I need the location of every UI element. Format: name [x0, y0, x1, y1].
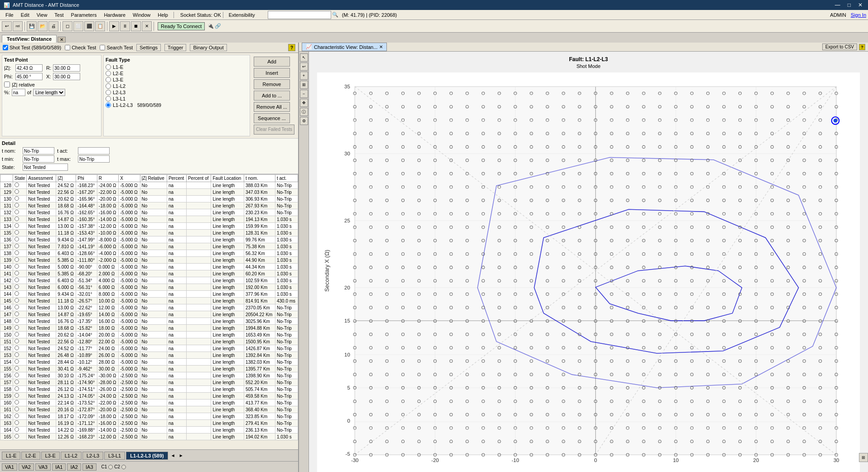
table-row[interactable]: 139 Not Tested 5.385 Ω -111.80° -2.000 Ω… — [0, 257, 298, 264]
table-row[interactable]: 153 Not Tested 26.48 Ω -10.89° 26.00 Ω -… — [0, 352, 298, 359]
table-row[interactable]: 138 Not Tested 6.403 Ω -128.66° -4.000 Ω… — [0, 250, 298, 257]
toolbar-btn-6[interactable]: ⬜ — [73, 21, 83, 31]
fault-l1l2-radio[interactable] — [106, 83, 111, 89]
table-row[interactable]: 156 Not Tested 30.10 Ω -175.24° -30.00 Ω… — [0, 372, 298, 379]
table-row[interactable]: 134 Not Tested 13.00 Ω -157.38° -12.00 Ω… — [0, 223, 298, 230]
bottom-tab-l1l2l3[interactable]: L1-L2-L3 (589) — [126, 452, 168, 460]
table-row[interactable]: 129 Not Tested 22.56 Ω -167.20° -22.00 Ω… — [0, 189, 298, 196]
help-icon[interactable]: ? — [288, 44, 295, 51]
sequence-button[interactable]: Sequence ... — [254, 113, 290, 123]
clear-failed-tests-button[interactable]: Clear Failed Tests — [254, 125, 294, 135]
toolbar-btn-11[interactable]: ⏹ — [131, 21, 141, 31]
table-row[interactable]: 128 Not Tested 24.52 Ω -168.23° -24.00 Ω… — [0, 182, 298, 189]
bottom-tab-arrow-right[interactable]: ► — [177, 453, 185, 458]
menu-help[interactable]: Help — [154, 11, 172, 19]
length-type-select[interactable]: Line length — [33, 89, 65, 96]
t-nom-input[interactable] — [23, 147, 54, 154]
table-row[interactable]: 148 Not Tested 16.76 Ω -17.35° 16.00 Ω -… — [0, 318, 298, 325]
settings-btn[interactable]: Settings — [136, 44, 161, 51]
bottom-tab-l1e[interactable]: L1-E — [2, 452, 20, 460]
table-row[interactable]: 132 Not Tested 16.76 Ω -162.65° -16.00 Ω… — [0, 209, 298, 216]
shot-test-checkbox[interactable] — [3, 45, 8, 50]
phi-input[interactable] — [15, 73, 43, 80]
menu-test[interactable]: Test — [51, 11, 67, 19]
chart-tool-zoom-out[interactable]: − — [300, 90, 308, 98]
t-min-input[interactable] — [23, 155, 54, 163]
chart-tab-close[interactable]: ✕ — [379, 44, 383, 49]
table-row[interactable]: 149 Not Tested 18.68 Ω -15.82° 18.00 Ω -… — [0, 325, 298, 332]
menu-file[interactable]: File — [2, 11, 17, 19]
toolbar-btn-2[interactable]: 💾 — [27, 21, 37, 31]
fault-l1e[interactable]: L1-E — [106, 64, 248, 70]
fault-l3l1[interactable]: L3-L1 — [106, 96, 248, 101]
table-row[interactable]: 152 Not Tested 24.52 Ω -11.77° 24.00 Ω -… — [0, 345, 298, 352]
menu-extensibility[interactable]: Extensibility — [225, 11, 259, 19]
fault-l3e-radio[interactable] — [106, 77, 111, 82]
toolbar-btn-1[interactable]: ↩ — [2, 21, 12, 31]
fault-l1l2l3[interactable]: L1-L2-L3 589/0/0/589 — [106, 102, 248, 108]
table-row[interactable]: 163 Not Tested 16.19 Ω -171.12° -16.00 Ω… — [0, 420, 298, 427]
toolbar-btn-3[interactable]: 📂 — [38, 21, 48, 31]
table-row[interactable]: 157 Not Tested 28.11 Ω -174.90° -28.00 Ω… — [0, 379, 298, 386]
fault-l1l2l3-radio[interactable] — [106, 102, 111, 108]
table-row[interactable]: 150 Not Tested 20.62 Ω -14.04° 20.00 Ω -… — [0, 332, 298, 338]
fault-l2e-radio[interactable] — [106, 71, 111, 76]
chart-tab[interactable]: 📈 Characteristic View: Distan... ✕ — [302, 43, 387, 51]
tab-testview-distance[interactable]: TestView: Distance — [2, 35, 57, 43]
menu-hardware[interactable]: Hardware — [100, 11, 129, 19]
iz-relative-checkbox[interactable] — [4, 82, 10, 87]
r-input[interactable] — [53, 64, 80, 72]
remove-button[interactable]: Remove — [254, 79, 290, 89]
toolbar-btn-12[interactable]: ✕ — [142, 21, 152, 31]
bottom-tab-arrow[interactable]: ◄ — [169, 453, 177, 458]
test-table-container[interactable]: State Assessment |Z| Phi R X |Z| Relativ… — [0, 174, 298, 449]
check-test-checkbox[interactable] — [65, 45, 70, 50]
add-button[interactable]: Add — [254, 57, 290, 67]
table-row[interactable]: 162 Not Tested 18.17 Ω -172.09° -18.00 Ω… — [0, 413, 298, 420]
table-row[interactable]: 154 Not Tested 28.44 Ω -10.12° 28.00 Ω -… — [0, 359, 298, 366]
percent-input[interactable] — [12, 89, 25, 96]
export-csv-button[interactable]: Export to CSV — [822, 43, 857, 50]
fault-l2l3[interactable]: L2-L3 — [106, 90, 248, 95]
bottom-tab-l3e[interactable]: L3-E — [41, 452, 60, 460]
table-row[interactable]: 141 Not Tested 5.385 Ω -68.20° 2.000 Ω -… — [0, 270, 298, 277]
chart-help-icon[interactable]: ? — [859, 44, 865, 50]
table-row[interactable]: 146 Not Tested 13.00 Ω -22.62° 12.00 Ω -… — [0, 304, 298, 311]
table-row[interactable]: 147 Not Tested 14.87 Ω -19.65° 14.00 Ω -… — [0, 311, 298, 318]
fault-l1e-radio[interactable] — [106, 64, 111, 70]
toolbar-btn-8[interactable]: 📋 — [95, 21, 105, 31]
table-row[interactable]: 135 Not Tested 11.18 Ω -153.43° -10.00 Ω… — [0, 230, 298, 236]
fault-l2l3-radio[interactable] — [106, 90, 111, 95]
check-test-checkbox-label[interactable]: Check Test — [65, 45, 96, 50]
search-input[interactable] — [268, 11, 331, 19]
fault-l2e[interactable]: L2-E — [106, 71, 248, 76]
table-row[interactable]: 151 Not Tested 22.56 Ω -12.80° 22.00 Ω -… — [0, 338, 298, 345]
sign-in-label[interactable]: Sign In — [851, 12, 866, 18]
va2-btn[interactable]: VA2 — [19, 463, 34, 471]
chart-tool-settings[interactable]: ⚙ — [300, 117, 308, 125]
insert-button[interactable]: Insert — [254, 68, 290, 78]
shot-test-checkbox-label[interactable]: Shot Test (589/0/0/589) — [3, 45, 61, 50]
fault-l3l1-radio[interactable] — [106, 96, 111, 101]
menu-parameters[interactable]: Parameters — [68, 11, 101, 19]
search-test-checkbox-label[interactable]: Search Test — [100, 45, 133, 50]
close-button[interactable]: ✕ — [856, 2, 864, 8]
chart-tool-zoom-fit[interactable]: ⊞ — [300, 81, 308, 89]
table-row[interactable]: 165 Not Tested 12.26 Ω -168.23° -12.00 Ω… — [0, 433, 298, 440]
table-row[interactable]: 144 Not Tested 9.434 Ω -32.01° 8.000 Ω -… — [0, 291, 298, 298]
x-input[interactable] — [53, 73, 80, 80]
bottom-tab-l2e[interactable]: L2-E — [21, 452, 40, 460]
toolbar-btn-rel[interactable]: rel — [13, 21, 23, 31]
chart-tool-info[interactable]: ⓘ — [300, 108, 308, 116]
search-icon[interactable]: 🔍 — [332, 12, 338, 18]
toolbar-btn-7[interactable]: ⬛ — [84, 21, 94, 31]
table-row[interactable]: 131 Not Tested 18.68 Ω -164.48° -18.00 Ω… — [0, 202, 298, 209]
fault-l1l2[interactable]: L1-L2 — [106, 83, 248, 89]
table-row[interactable]: 133 Not Tested 14.87 Ω -160.35° -14.00 Ω… — [0, 216, 298, 223]
add-to-button[interactable]: Add to ... — [254, 91, 290, 101]
table-row[interactable]: 160 Not Tested 22.14 Ω -173.52° -22.00 Ω… — [0, 400, 298, 406]
table-row[interactable]: 161 Not Tested 20.16 Ω -172.87° -20.00 Ω… — [0, 406, 298, 413]
menu-window[interactable]: Window — [129, 11, 154, 19]
table-row[interactable]: 136 Not Tested 9.434 Ω -147.99° -8.000 Ω… — [0, 236, 298, 243]
table-row[interactable]: 140 Not Tested 5.000 Ω -90.00° 0.000 Ω -… — [0, 264, 298, 270]
